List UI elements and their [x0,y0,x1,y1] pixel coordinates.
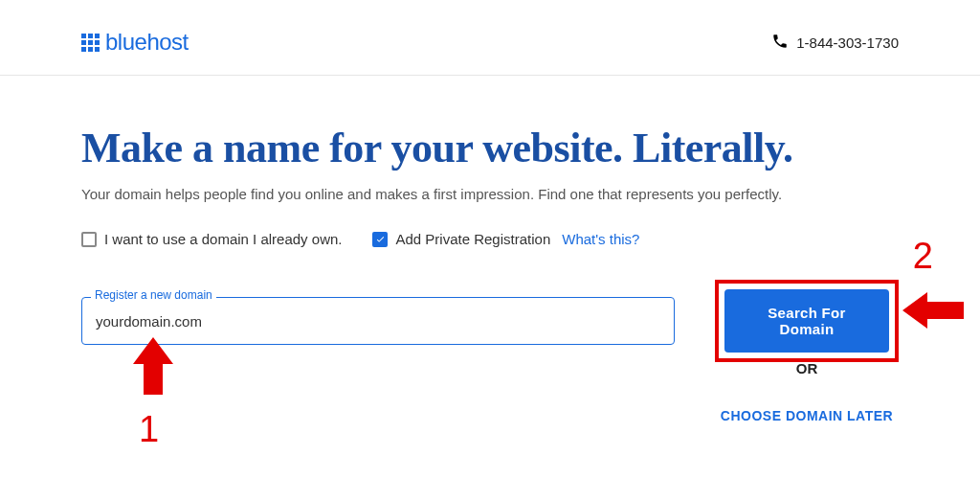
page-subhead: Your domain helps people find you online… [81,186,899,202]
page-headline: Make a name for your website. Literally. [81,124,899,172]
annotation-number-2: 2 [913,236,933,277]
annotation-number-1: 1 [139,409,159,450]
private-registration-label: Add Private Registration [395,231,550,247]
domain-search-row: Register a new domain Search For Domain … [81,280,899,362]
checkbox-checked-icon [372,232,388,247]
annotation-arrow-1 [129,337,177,399]
annotation-arrow-2 [902,288,964,336]
domain-input-label: Register a new domain [91,288,216,302]
options-row: I want to use a domain I already own. Ad… [81,231,899,247]
or-separator: OR [796,360,818,376]
grid-icon [81,34,100,52]
search-domain-button[interactable]: Search For Domain [724,289,889,353]
private-registration-option[interactable]: Add Private Registration What's this? [372,231,639,247]
own-domain-option[interactable]: I want to use a domain I already own. [81,231,342,247]
whats-this-link[interactable]: What's this? [562,231,639,247]
brand-name: bluehost [105,29,189,56]
phone-number: 1-844-303-1730 [796,34,899,51]
checkbox-unchecked-icon [81,232,97,247]
top-header: bluehost 1-844-303-1730 [0,0,980,76]
brand-logo[interactable]: bluehost [81,29,189,56]
phone-icon [771,33,789,53]
main-content: Make a name for your website. Literally.… [0,76,980,362]
search-button-highlight: Search For Domain OR CHOOSE DOMAIN LATER… [715,280,899,362]
own-domain-label: I want to use a domain I already own. [104,231,342,247]
choose-domain-later-link[interactable]: CHOOSE DOMAIN LATER [721,408,893,423]
support-phone[interactable]: 1-844-303-1730 [771,33,899,53]
